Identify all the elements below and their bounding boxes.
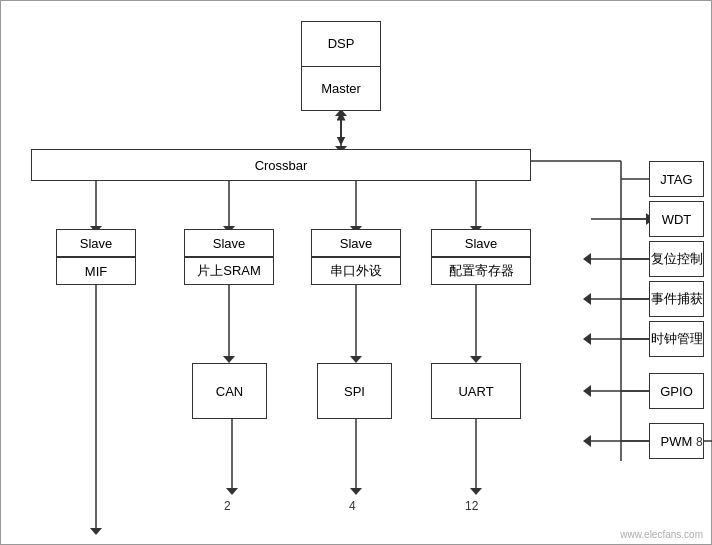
slave1-box: Slave (56, 229, 136, 257)
spi-box: SPI (317, 363, 392, 419)
slave3-box: Slave (311, 229, 401, 257)
num2-label: 2 (224, 499, 231, 513)
svg-marker-28 (470, 356, 482, 363)
serial-label: 串口外设 (330, 262, 382, 280)
wdt-label: WDT (662, 212, 692, 227)
svg-marker-41 (583, 385, 591, 397)
crossbar-label: Crossbar (255, 158, 308, 173)
jtag-box: JTAG (649, 161, 704, 197)
slave2-label: Slave (213, 236, 246, 251)
svg-marker-20 (223, 356, 235, 363)
svg-marker-26 (350, 488, 362, 495)
serial-box: 串口外设 (311, 257, 401, 285)
svg-marker-43 (583, 435, 591, 447)
event-label: 事件捕获 (651, 290, 703, 308)
svg-marker-39 (583, 333, 591, 345)
wdt-box: WDT (649, 201, 704, 237)
svg-marker-22 (226, 488, 238, 495)
num12-label: 12 (465, 499, 478, 513)
slave4-box: Slave (431, 229, 531, 257)
config-label: 配置寄存器 (449, 262, 514, 280)
mif-box: MIF (56, 257, 136, 285)
svg-marker-30 (470, 488, 482, 495)
spi-label: SPI (344, 384, 365, 399)
svg-marker-18 (90, 528, 102, 535)
num8-label: 8 (696, 435, 703, 449)
reset-box: 复位控制 (649, 241, 704, 277)
config-box: 配置寄存器 (431, 257, 531, 285)
svg-marker-35 (583, 253, 591, 265)
svg-marker-37 (583, 293, 591, 305)
clock-label: 时钟管理 (651, 330, 703, 348)
dsp-label: DSP (302, 22, 380, 67)
gpio-label: GPIO (660, 384, 693, 399)
slave1-label: Slave (80, 236, 113, 251)
slave2-box: Slave (184, 229, 274, 257)
crossbar-box: Crossbar (31, 149, 531, 181)
slave4-label: Slave (465, 236, 498, 251)
mif-label: MIF (85, 264, 107, 279)
can-box: CAN (192, 363, 267, 419)
clock-box: 时钟管理 (649, 321, 704, 357)
sram-label: 片上SRAM (197, 262, 261, 280)
diagram-container: DSP Master Crossbar Slave MIF Slave 片上SR… (0, 0, 712, 545)
gpio-box: GPIO (649, 373, 704, 409)
svg-marker-24 (350, 356, 362, 363)
uart-box: UART (431, 363, 521, 419)
pwm-label: PWM (661, 434, 693, 449)
jtag-label: JTAG (660, 172, 692, 187)
sram-box: 片上SRAM (184, 257, 274, 285)
can-label: CAN (216, 384, 243, 399)
master-label: Master (302, 67, 380, 111)
reset-label: 复位控制 (651, 250, 703, 268)
slave3-label: Slave (340, 236, 373, 251)
uart-label: UART (458, 384, 493, 399)
watermark: www.elecfans.com (620, 529, 703, 540)
event-box: 事件捕获 (649, 281, 704, 317)
dsp-master-box: DSP Master (301, 21, 381, 111)
num4-label: 4 (349, 499, 356, 513)
